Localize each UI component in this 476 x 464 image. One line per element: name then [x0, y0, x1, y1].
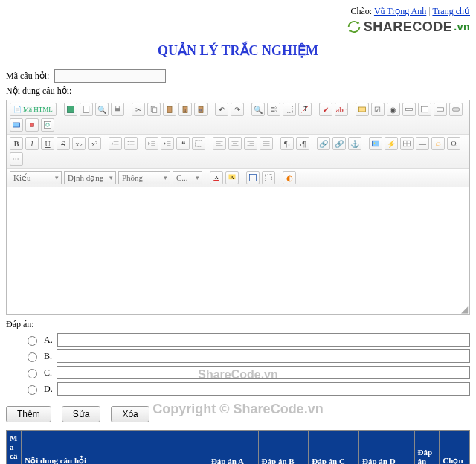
link-icon[interactable]: 🔗: [317, 137, 330, 150]
home-link[interactable]: Trang chủ: [432, 6, 470, 16]
button-icon[interactable]: [449, 103, 463, 116]
checkbox-icon[interactable]: ☑: [371, 103, 385, 116]
outdent-icon[interactable]: [145, 137, 158, 150]
answer-radio[interactable]: [28, 385, 37, 395]
copy-icon[interactable]: [147, 103, 161, 116]
subscript-icon[interactable]: x₂: [72, 137, 86, 150]
th-b: Đáp án B: [258, 431, 309, 465]
svg-rect-50: [373, 141, 379, 146]
scayt-icon[interactable]: abc: [335, 103, 348, 116]
edit-button[interactable]: Sửa: [62, 406, 101, 422]
cut-icon[interactable]: ✂: [132, 103, 145, 116]
table-icon[interactable]: [400, 137, 414, 150]
image-icon[interactable]: [369, 137, 382, 150]
user-link[interactable]: Vũ Trọng Anh: [374, 6, 426, 16]
form-icon[interactable]: [356, 103, 369, 116]
new-page-icon[interactable]: [80, 103, 93, 116]
align-justify-icon[interactable]: [260, 137, 273, 150]
paste-word-icon[interactable]: W: [194, 103, 208, 116]
svg-point-29: [128, 144, 129, 145]
italic-icon[interactable]: I: [25, 137, 39, 150]
strike-icon[interactable]: S: [57, 137, 70, 150]
numlist-icon[interactable]: 12: [109, 137, 122, 150]
code-label: Mã câu hỏi:: [6, 71, 49, 81]
unlink-icon[interactable]: 🔗: [332, 137, 346, 150]
answer-input[interactable]: [57, 349, 470, 363]
code-input[interactable]: [54, 69, 166, 83]
toolbar-row-2: B I U S x₂ x² 12 ❝ ¶› ‹¶ 🔗 🔗 ⚓ ⚡ — ☺ Ω: [7, 135, 469, 169]
ltr-icon[interactable]: ¶›: [280, 137, 294, 150]
paste-text-icon[interactable]: T: [178, 103, 192, 116]
align-center-icon[interactable]: [228, 137, 242, 150]
textarea-icon[interactable]: [418, 103, 431, 116]
select-all-icon[interactable]: [283, 103, 296, 116]
rtl-icon[interactable]: ‹¶: [296, 137, 309, 150]
select-icon[interactable]: [434, 103, 447, 116]
svg-rect-61: [266, 175, 272, 181]
bullist-icon[interactable]: [124, 137, 138, 150]
answer-input[interactable]: [57, 333, 470, 347]
rich-text-editor: 📄 Mã HTML 🔍 ✂ T W ↶ ↷ 🔍 T ✔ abc ☑ ◉: [6, 100, 470, 315]
blockquote-icon[interactable]: ❝: [176, 137, 190, 150]
paste-icon[interactable]: [163, 103, 176, 116]
maximize-icon[interactable]: [246, 171, 260, 184]
preview-icon[interactable]: 🔍: [95, 103, 109, 116]
pagebreak-icon[interactable]: [10, 152, 23, 166]
textfield-icon[interactable]: [402, 103, 416, 116]
size-select[interactable]: C...: [173, 171, 202, 184]
answer-letter: B.: [44, 351, 52, 362]
remove-format-icon[interactable]: T: [298, 103, 312, 116]
find-icon[interactable]: 🔍: [251, 103, 265, 116]
style-select[interactable]: Kiểu: [10, 171, 62, 184]
replace-icon[interactable]: [267, 103, 280, 116]
undo-icon[interactable]: ↶: [215, 103, 228, 116]
smiley-icon[interactable]: ☺: [431, 137, 445, 150]
textcolor-icon[interactable]: A: [210, 171, 223, 184]
svg-rect-11: [286, 106, 292, 113]
answer-input[interactable]: [57, 382, 470, 396]
imagebutton-icon[interactable]: [10, 118, 23, 132]
source-button[interactable]: 📄 Mã HTML: [10, 103, 57, 116]
radio-icon[interactable]: ◉: [387, 103, 400, 116]
svg-rect-37: [196, 141, 202, 147]
showblocks-icon[interactable]: [262, 171, 275, 184]
underline-icon[interactable]: U: [41, 137, 54, 150]
indent-icon[interactable]: [161, 137, 174, 150]
svg-rect-6: [167, 106, 172, 112]
add-button[interactable]: Thêm: [6, 406, 51, 422]
answer-radio[interactable]: [28, 336, 37, 346]
hr-icon[interactable]: —: [416, 137, 429, 150]
editor-textarea[interactable]: [7, 187, 469, 306]
bold-icon[interactable]: B: [10, 137, 23, 150]
resize-handle-icon[interactable]: ◢: [7, 306, 469, 314]
answer-row: C.: [24, 366, 470, 379]
format-select[interactable]: Định dạng: [64, 171, 116, 184]
superscript-icon[interactable]: x²: [88, 137, 101, 150]
about-icon[interactable]: ◐: [283, 171, 296, 184]
align-right-icon[interactable]: [244, 137, 257, 150]
recycle-icon: [346, 19, 362, 35]
font-select[interactable]: Phông: [118, 171, 170, 184]
flash-icon[interactable]: ⚡: [385, 137, 398, 150]
spellcheck-icon[interactable]: ✔: [319, 103, 332, 116]
th-c: Đáp án C: [309, 431, 359, 465]
save-icon[interactable]: [64, 103, 77, 116]
brand-name: SHARECODE: [364, 19, 453, 35]
answer-radio[interactable]: [28, 369, 37, 378]
answer-input[interactable]: [57, 366, 470, 379]
anchor-icon[interactable]: ⚓: [348, 137, 361, 150]
align-left-icon[interactable]: [213, 137, 226, 150]
bgcolor-icon[interactable]: A: [225, 171, 239, 184]
toolbar-row-1: 📄 Mã HTML 🔍 ✂ T W ↶ ↷ 🔍 T ✔ abc ☑ ◉: [7, 100, 469, 135]
iframe-icon[interactable]: [41, 118, 54, 132]
delete-button[interactable]: Xóa: [111, 406, 149, 422]
answer-radio[interactable]: [28, 352, 37, 362]
svg-rect-1: [83, 106, 89, 113]
print-icon[interactable]: [111, 103, 124, 116]
answer-row: D.: [24, 382, 470, 396]
specialchar-icon[interactable]: Ω: [447, 137, 460, 150]
hidden-icon[interactable]: [25, 118, 39, 132]
div-icon[interactable]: [192, 137, 205, 150]
svg-rect-0: [67, 106, 74, 113]
redo-icon[interactable]: ↷: [231, 103, 244, 116]
